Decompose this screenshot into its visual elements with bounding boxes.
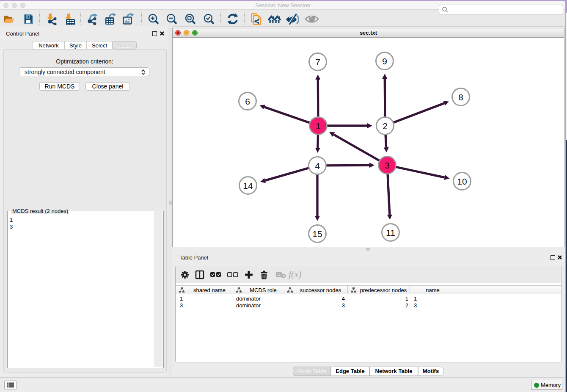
svg-text:6: 6 [245,97,250,106]
svg-text:4: 4 [315,161,320,171]
svg-text:15: 15 [312,229,322,239]
svg-text:9: 9 [382,56,387,66]
svg-text:11: 11 [386,228,395,237]
svg-text:14: 14 [243,181,253,190]
svg-text:2: 2 [383,121,388,131]
svg-text:7: 7 [315,57,320,67]
svg-text:8: 8 [458,92,463,102]
svg-text:10: 10 [457,177,467,186]
svg-text:1: 1 [316,121,321,131]
svg-text:3: 3 [385,160,390,170]
